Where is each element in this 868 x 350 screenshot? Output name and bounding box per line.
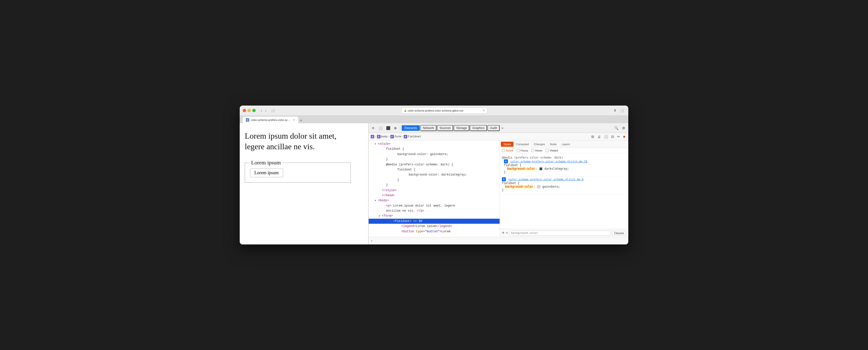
breadcrumb-tag-fieldset: fieldset: [408, 135, 421, 138]
tab-close-button[interactable]: ✕: [293, 118, 295, 122]
new-tab-button[interactable]: +: [298, 118, 304, 123]
element-icon-fieldset: E: [404, 135, 407, 138]
element-icon-1: E: [371, 135, 374, 138]
css-rule-inner: i color-scheme-prefers-color-scheme.glit…: [502, 159, 626, 174]
html-line: <legend>Lorem ipsum</legend>: [369, 224, 500, 229]
css-colon-1: :: [535, 167, 537, 171]
devtools-tab-elements[interactable]: Elements: [402, 125, 420, 131]
browser-window: ‹ › ⬜ 🔒 color-scheme-prefers-color-schem…: [240, 106, 628, 244]
css-semicolon-2: ;: [558, 185, 560, 188]
devtools-tab-network[interactable]: Network: [421, 125, 436, 131]
css-at-rule-text: @media (prefers-color-scheme: dark): [502, 156, 563, 159]
browser-tab[interactable]: c color-scheme-prefers-color-scheme.glit…: [243, 117, 298, 123]
breadcrumb-item-e1[interactable]: E: [371, 135, 374, 138]
css-source-link-1[interactable]: color-scheme-prefers-color-scheme.glitch…: [510, 160, 587, 163]
devtools-tab-storage[interactable]: Storage: [454, 125, 469, 131]
css-rule-media-dark: @media (prefers-color-scheme: dark) i co…: [500, 155, 628, 176]
classes-button[interactable]: Classes: [612, 231, 626, 235]
breadcrumb-color-button[interactable]: ■: [622, 134, 626, 139]
forward-button[interactable]: ›: [264, 108, 268, 113]
add-property-input[interactable]: [509, 231, 610, 236]
css-close-2: }: [502, 188, 626, 192]
devtools-dock-button[interactable]: ⬜: [377, 125, 384, 131]
css-selector-line-2: fieldset {: [502, 181, 626, 185]
breadcrumb-layout-button[interactable]: ⊟: [610, 134, 615, 139]
close-traffic-light[interactable]: [243, 109, 246, 112]
css-rule-fieldset: i color-scheme-prefers-color-scheme.glit…: [500, 176, 628, 194]
breadcrumb-grid-button[interactable]: ⊞: [590, 134, 595, 139]
tab-styles[interactable]: Styles: [501, 142, 514, 147]
webpage-button[interactable]: Lorem ipsum: [250, 169, 283, 177]
css-icon-2[interactable]: i: [502, 177, 506, 181]
title-bar-right: ⬆ ⬜: [612, 108, 625, 113]
element-icon-form: E: [390, 135, 394, 138]
html-panel[interactable]: ▼ <style> fieldset { background-color: g…: [369, 140, 500, 237]
html-line-selected[interactable]: ▼ <fieldset> == $0: [369, 219, 500, 224]
breadcrumb-pen-button[interactable]: ✏: [616, 134, 621, 139]
tab-node[interactable]: Node: [548, 142, 559, 147]
css-icon-1[interactable]: i: [504, 159, 508, 164]
console-bar: ›: [369, 237, 628, 244]
html-line: background-color: darkslategray;: [369, 172, 500, 177]
pseudo-active: Active: [502, 149, 514, 152]
minimize-traffic-light[interactable]: [248, 109, 251, 112]
hover-checkbox[interactable]: [531, 149, 534, 152]
html-line: }: [369, 182, 500, 187]
css-colon-2: :: [533, 185, 535, 188]
html-line: @media (prefers-color-scheme: dark) {: [369, 162, 500, 167]
tab-layers[interactable]: Layers: [559, 142, 572, 147]
breadcrumb-box-button[interactable]: ⬜: [603, 134, 609, 139]
devtools-settings-button[interactable]: ⚙: [620, 125, 627, 131]
hover-label: Hover: [535, 149, 542, 152]
devtools-undock-button[interactable]: ⬛: [384, 125, 392, 131]
maximize-traffic-light[interactable]: [252, 109, 256, 112]
element-icon-body: E: [377, 135, 380, 138]
css-close-1: }: [504, 171, 626, 174]
css-rules[interactable]: @media (prefers-color-scheme: dark) i co…: [500, 153, 628, 229]
webpage-paragraph: Lorem ipsum dolor sit amet,legere ancill…: [245, 131, 363, 152]
devtools-tab-audit[interactable]: Audit: [488, 125, 499, 131]
html-line: ▼ <style>: [369, 141, 500, 146]
html-line: ▼ <body>: [369, 198, 500, 203]
css-properties-1: background-color: darkslategray;: [504, 167, 626, 171]
styles-panel: Styles Computed Changes Node Layers Acti…: [500, 140, 628, 237]
active-checkbox[interactable]: [502, 149, 505, 152]
add-property-button[interactable]: +: [502, 230, 505, 236]
html-line: ▼ <form>: [369, 213, 500, 218]
webpage-legend: Lorem ipsum: [250, 159, 282, 166]
html-line: background-color: gainsboro;: [369, 152, 500, 157]
breadcrumb-item-fieldset[interactable]: E fieldset: [404, 135, 421, 138]
devtools-search-button[interactable]: 🔍: [613, 125, 620, 131]
title-bar: ‹ › ⬜ 🔒 color-scheme-prefers-color-schem…: [240, 106, 628, 116]
devtools-inspect-button[interactable]: ⊕: [392, 125, 398, 131]
breadcrumb-item-form[interactable]: E form: [390, 135, 401, 138]
styles-tabs: Styles Computed Changes Node Layers: [500, 140, 628, 148]
address-bar[interactable]: 🔒 color-scheme-prefers-color-scheme.glit…: [401, 108, 487, 114]
css-value-2: gainsboro: [542, 185, 558, 188]
back-button[interactable]: ‹: [260, 108, 264, 113]
address-text: color-scheme-prefers-color-scheme.glitch…: [408, 109, 464, 112]
visited-checkbox[interactable]: [546, 149, 549, 152]
css-source-link-2[interactable]: color-scheme-prefers-color-scheme.glitch…: [508, 178, 584, 181]
refresh-icon[interactable]: ↻: [483, 109, 485, 112]
devtools-tab-sources[interactable]: Sources: [437, 125, 453, 131]
address-bar-container: 🔒 color-scheme-prefers-color-scheme.glit…: [278, 108, 610, 114]
css-prop-highlight-2: background-color: [505, 185, 533, 188]
devtools-tab-graphics[interactable]: Graphics: [470, 125, 487, 131]
lock-icon: 🔒: [404, 109, 407, 112]
sidebar-toggle-button[interactable]: ⬜: [270, 108, 276, 113]
new-window-button[interactable]: ⬜: [619, 108, 625, 113]
devtools-more-button[interactable]: »: [500, 125, 505, 130]
css-source-line-2: i color-scheme-prefers-color-scheme.glit…: [502, 177, 626, 181]
tab-computed[interactable]: Computed: [514, 142, 531, 147]
breadcrumb-print-button[interactable]: 🖨: [596, 134, 602, 139]
tab-bar: c color-scheme-prefers-color-scheme.glit…: [240, 116, 628, 123]
css-prop-highlight-1: background-color: [507, 167, 535, 171]
devtools-separator: [400, 125, 400, 130]
filter-icon: ⊙: [506, 231, 508, 235]
tab-changes[interactable]: Changes: [531, 142, 548, 147]
share-button[interactable]: ⬆: [612, 108, 618, 113]
focus-checkbox[interactable]: [517, 149, 520, 152]
devtools-close-button[interactable]: ✕: [370, 125, 376, 131]
breadcrumb-item-body[interactable]: E body: [377, 135, 388, 138]
